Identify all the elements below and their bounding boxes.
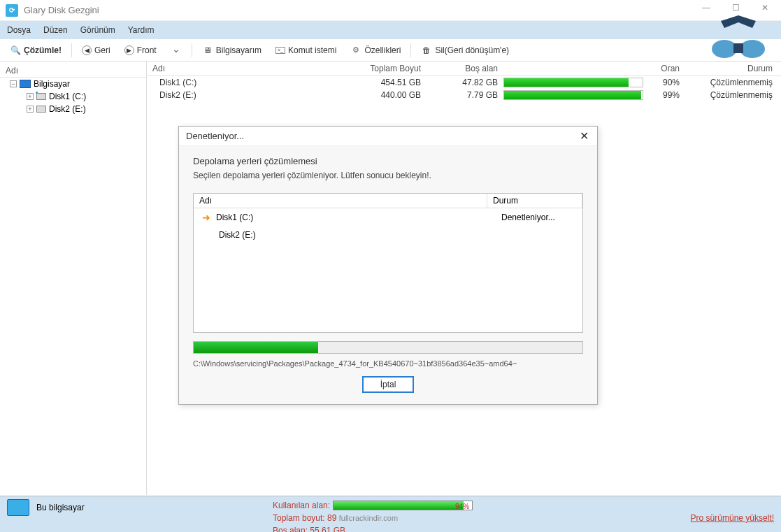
close-button[interactable]: ✕ xyxy=(754,3,775,13)
forward-icon: ▶ xyxy=(124,45,134,55)
forward-button[interactable]: ▶Front xyxy=(119,43,162,57)
progress-fill xyxy=(194,342,318,353)
col-bar xyxy=(503,64,643,73)
status-computer-label: Bu bilgisayar xyxy=(36,503,85,512)
collapse-icon[interactable]: − xyxy=(10,80,17,87)
list-row[interactable]: Disk2 (E:) 440.00 GB 7.79 GB 99% Çözümle… xyxy=(147,89,781,101)
free-label: Boş alan: 55.61 GB xyxy=(273,524,655,532)
expand-icon[interactable]: + xyxy=(27,106,34,113)
menu-layout[interactable]: Düzen xyxy=(43,25,68,35)
properties-button[interactable]: Özellikleri xyxy=(345,43,406,58)
tree-disk1[interactable]: + Disk1 (C:) xyxy=(0,90,146,103)
cancel-button[interactable]: İptal xyxy=(362,376,415,393)
trash-icon xyxy=(421,45,432,56)
delete-button[interactable]: Sil(Geri dönüşüm'e) xyxy=(415,43,515,58)
arrow-icon: ➜ xyxy=(202,212,210,223)
separator xyxy=(71,43,72,57)
separator xyxy=(192,43,192,57)
window-controls: — ☐ ✕ xyxy=(696,3,775,13)
dialog-col-name: Adı xyxy=(194,194,487,208)
chevron-down-icon xyxy=(171,45,182,56)
analyzing-dialog: Denetleniyor... ✕ Depolama yerleri çözüm… xyxy=(178,126,598,405)
cmd-button[interactable]: Komut istemi xyxy=(270,43,342,57)
list-row[interactable]: Disk1 (C:) 454.51 GB 47.82 GB 90% Çözüml… xyxy=(147,76,781,89)
tree-panel: Adı − Bilgisayar + Disk1 (C:) + Disk2 (E… xyxy=(0,62,147,495)
dialog-heading: Depolama yerleri çözümlemesi xyxy=(193,156,583,166)
maximize-button[interactable]: ☐ xyxy=(725,3,746,13)
back-icon: ◀ xyxy=(82,45,92,55)
used-pct: 94% xyxy=(455,501,469,512)
col-total[interactable]: Toplam Boyut xyxy=(350,64,427,73)
dialog-col-status: Durum xyxy=(487,194,582,208)
menu-file[interactable]: Dosya xyxy=(7,25,31,35)
tree-disk2-label: Disk2 (E:) xyxy=(49,104,86,114)
menu-bar: Dosya Düzen Görünüm Yardım xyxy=(0,21,781,39)
tree-root-label: Bilgisayar xyxy=(34,79,70,89)
app-icon: ⟳ xyxy=(6,4,18,17)
dialog-current-path: C:\Windows\servicing\Packages\Package_47… xyxy=(193,359,583,368)
status-upgrade: Pro sürümüne yükselt! xyxy=(655,499,774,523)
terminal-icon xyxy=(275,47,285,54)
gear-icon xyxy=(350,45,361,56)
dialog-list: Adı Durum ➜ Disk1 (C:) Denetleniyor... D… xyxy=(193,193,583,333)
computer-button[interactable]: Bilgisayarım xyxy=(196,43,267,58)
dialog-row[interactable]: Disk2 (E:) xyxy=(194,227,582,243)
toolbar: Çözümle! ◀Geri ▶Front Bilgisayarım Komut… xyxy=(0,39,781,62)
separator xyxy=(410,43,411,57)
col-name[interactable]: Adı xyxy=(147,64,350,73)
col-status[interactable]: Durum xyxy=(685,64,781,73)
minimize-button[interactable]: — xyxy=(696,3,717,13)
col-ratio[interactable]: Oran xyxy=(643,64,685,73)
used-label: Kullanılan alan: xyxy=(273,499,330,512)
search-icon xyxy=(10,45,21,56)
disk-icon xyxy=(36,106,46,113)
status-computer: Bu bilgisayar xyxy=(7,499,273,516)
list-header: Adı Toplam Boyut Boş alan Oran Durum xyxy=(147,62,781,76)
used-bar: 94% xyxy=(333,501,473,510)
history-dropdown[interactable] xyxy=(165,43,187,58)
dialog-row[interactable]: ➜ Disk1 (C:) Denetleniyor... xyxy=(194,208,582,227)
dialog-body: Depolama yerleri çözümlemesi Seçilen dep… xyxy=(179,146,597,404)
computer-icon xyxy=(20,80,31,88)
total-label: Toplam boyut: 89 xyxy=(273,513,336,523)
disk-icon xyxy=(36,93,46,100)
menu-view[interactable]: Görünüm xyxy=(80,25,115,35)
status-info: Kullanılan alan: 94% Toplam boyut: 89 fu… xyxy=(273,499,655,532)
dialog-title: Denetleniyor... xyxy=(179,127,597,146)
menu-help[interactable]: Yardım xyxy=(128,25,155,35)
dialog-progress xyxy=(193,341,583,354)
tree-header: Adı xyxy=(0,64,146,78)
dialog-subtext: Seçilen depolama yerleri çözümleniyor. L… xyxy=(193,171,583,180)
tree-disk2[interactable]: + Disk2 (E:) xyxy=(0,103,146,115)
dialog-close-button[interactable]: ✕ xyxy=(575,129,593,143)
expand-icon[interactable]: + xyxy=(27,93,34,100)
tree-root[interactable]: − Bilgisayar xyxy=(0,78,146,90)
dialog-list-header: Adı Durum xyxy=(194,194,582,208)
computer-icon xyxy=(7,499,29,516)
computer-icon xyxy=(202,45,213,56)
back-button[interactable]: ◀Geri xyxy=(76,43,116,57)
tree-disk1-label: Disk1 (C:) xyxy=(49,92,86,101)
col-free[interactable]: Boş alan xyxy=(427,64,503,73)
titlebar: ⟳ Glary Disk Gezgini xyxy=(0,0,781,21)
watermark: fullcrackindir.com xyxy=(339,514,398,522)
window-title: Glary Disk Gezgini xyxy=(24,5,99,15)
analyze-button[interactable]: Çözümle! xyxy=(4,43,67,58)
upgrade-link[interactable]: Pro sürümüne yükselt! xyxy=(691,513,774,523)
used-fill xyxy=(334,501,464,510)
status-bar: Bu bilgisayar Kullanılan alan: 94% Topla… xyxy=(0,496,781,532)
